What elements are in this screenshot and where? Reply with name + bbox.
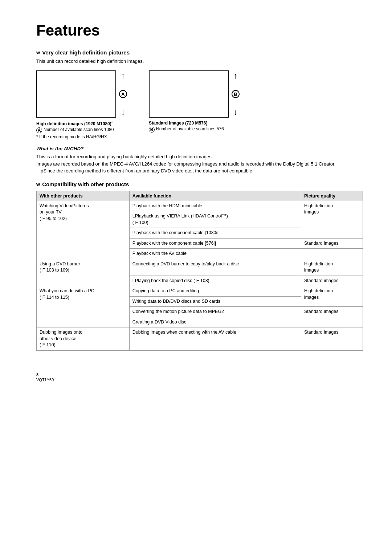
hd-circle-label: A [119, 90, 127, 98]
hd-arrow-up-icon: ↑ [121, 72, 125, 80]
function-cell-hdmi: Playback with the HDMI mini cable [129, 201, 301, 211]
product-cell-dub: Dubbing images ontoother video device( F… [37, 327, 130, 351]
product-cell-tv: Watching Video/Pictureson your TV( F 95 … [37, 201, 130, 259]
avchd-line3: pSince the recording method is different… [36, 167, 363, 175]
function-cell-component576: Playback with the component cable [576i] [129, 238, 301, 249]
sd-diagram-box [149, 70, 229, 118]
col-header-function: Available function [129, 191, 301, 201]
table-row: Watching Video/Pictureson your TV( F 95 … [37, 201, 363, 211]
function-cell-pc-write: Writing data to BD/DVD discs and SD card… [129, 296, 301, 307]
hd-arrow: ↑ A ↓ [119, 70, 127, 118]
product-cell-dvd: Using a DVD burner( F 103 to 109) [37, 259, 130, 286]
compatibility-heading: Compatibility with other products [36, 181, 363, 187]
function-cell-dvd-copy: Connecting a DVD burner to copy to/play … [129, 259, 301, 276]
col-header-quality: Picture quality [301, 191, 363, 201]
intro-text: This unit can record detailed high defin… [36, 58, 363, 64]
images-container: ↑ A ↓ High definition images (1920 M1080… [36, 70, 363, 139]
sd-arrow-up-icon: ↑ [234, 72, 238, 80]
quality-cell-empty1 [301, 249, 363, 259]
function-cell-dvd-play: LPlaying back the copied disc ( F 108) [129, 276, 301, 286]
sd-scan-note: B Number of available scan lines 576 [149, 126, 240, 133]
col-header-products: With other products [37, 191, 130, 201]
hd-diagram: ↑ A ↓ [36, 70, 127, 118]
product-cell-pc: What you can do with a PC( F 114 to 115) [37, 286, 130, 327]
avchd-text: This is a format for recording and playi… [36, 153, 363, 175]
function-cell-pc-dvd: Creating a DVD Video disc [129, 317, 301, 327]
hd-superscript: * [111, 121, 113, 124]
quality-cell-hd3: High definitionimages [301, 286, 363, 307]
sd-scan-text: Number of available scan lines 576 [156, 126, 224, 131]
quality-cell-std4: Standard images [301, 327, 363, 351]
sd-arrow-down-icon: ↓ [234, 108, 238, 116]
hd-caption-title-text: High definition images (1920 M1080) [36, 121, 111, 126]
sd-caption-title: Standard images (720 M576) [149, 121, 240, 126]
avchd-heading: What is the AVCHD? [36, 146, 363, 151]
function-cell-component1080: Playback with the component cable [1080i… [129, 228, 301, 239]
function-cell-viera: LPlayback using VIERA Link (HDAVI Contro… [129, 211, 301, 228]
footer: 8 VQT1Y59 [36, 372, 363, 382]
hd-diagram-box [36, 70, 116, 118]
hd-scan-text: Number of available scan lines 1080 [44, 127, 114, 132]
table-row: Dubbing images ontoother video device( F… [37, 327, 363, 351]
quality-cell-hd1: High definitionimages [301, 201, 363, 238]
hd-image-block: ↑ A ↓ High definition images (1920 M1080… [36, 70, 127, 139]
avchd-section: What is the AVCHD? This is a format for … [36, 146, 363, 175]
hd-caption-title: High definition images (1920 M1080)* [36, 121, 127, 126]
function-cell-pc-copy: Copying data to a PC and editing [129, 286, 301, 297]
hd-circle-a: A [36, 127, 42, 133]
quality-cell-std1: Standard images [301, 238, 363, 249]
table-row: What you can do with a PC( F 114 to 115)… [37, 286, 363, 297]
quality-cell-hd2: High definitionimages [301, 259, 363, 276]
function-cell-dub: Dubbing images when connecting with the … [129, 327, 301, 351]
hd-asterisk-note: * If the recording mode is HA/HG/HX. [36, 134, 127, 139]
sd-circle-b: B [149, 127, 155, 133]
model-code: VQT1Y59 [36, 378, 363, 382]
section1-heading: Very clear high definition pictures [36, 49, 363, 56]
sd-circle-label: B [232, 90, 240, 98]
compatibility-table: With other products Available function P… [36, 191, 363, 351]
quality-cell-std3: Standard images [301, 307, 363, 327]
sd-arrow: ↑ B ↓ [232, 70, 240, 118]
quality-cell-std2: Standard images [301, 276, 363, 286]
sd-image-block: ↑ B ↓ Standard images (720 M576) B Numbe… [149, 70, 240, 133]
hd-scan-note: A Number of available scan lines 1080 [36, 127, 127, 133]
function-cell-pc-mpeg2: Converting the motion picture data to MP… [129, 307, 301, 317]
sd-caption: Standard images (720 M576) B Number of a… [149, 121, 240, 133]
compatibility-section: Compatibility with other products With o… [36, 181, 363, 351]
sd-diagram: ↑ B ↓ [149, 70, 240, 118]
avchd-line1: This is a format for recording and playi… [36, 153, 363, 160]
function-cell-av: Playback with the AV cable [129, 249, 301, 259]
avchd-line2: Images are recorded based on the MPEG-4 … [36, 160, 363, 168]
table-row: Using a DVD burner( F 103 to 109) Connec… [37, 259, 363, 276]
page-title: Features [36, 22, 363, 39]
hd-arrow-down-icon: ↓ [121, 108, 125, 116]
hd-caption: High definition images (1920 M1080)* A N… [36, 121, 127, 139]
page-number: 8 [36, 372, 363, 377]
sd-caption-title-text: Standard images (720 M576) [149, 121, 207, 126]
